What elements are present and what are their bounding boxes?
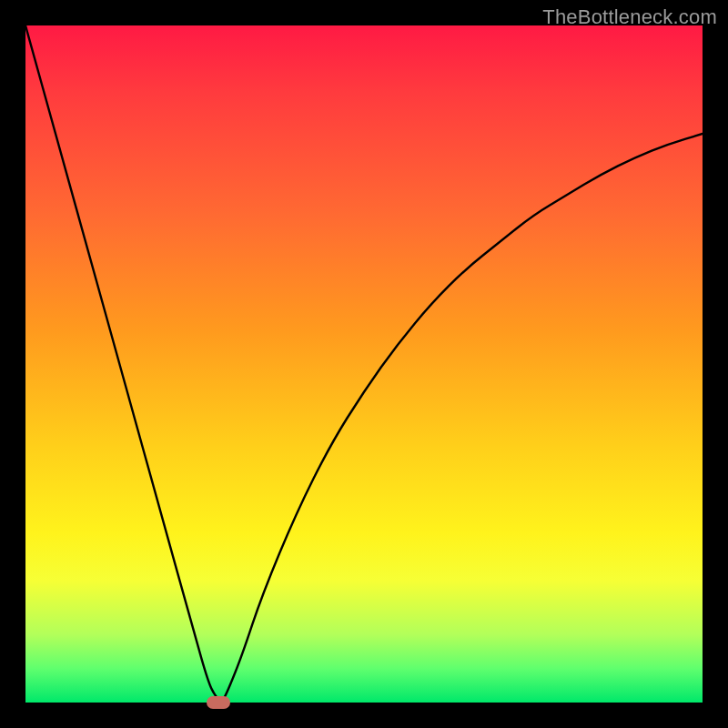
- bottleneck-curve: [25, 25, 703, 703]
- minimum-marker: [207, 696, 230, 709]
- chart-frame: TheBottleneck.com: [0, 0, 728, 728]
- watermark-text: TheBottleneck.com: [542, 5, 717, 29]
- plot-area: [25, 25, 703, 703]
